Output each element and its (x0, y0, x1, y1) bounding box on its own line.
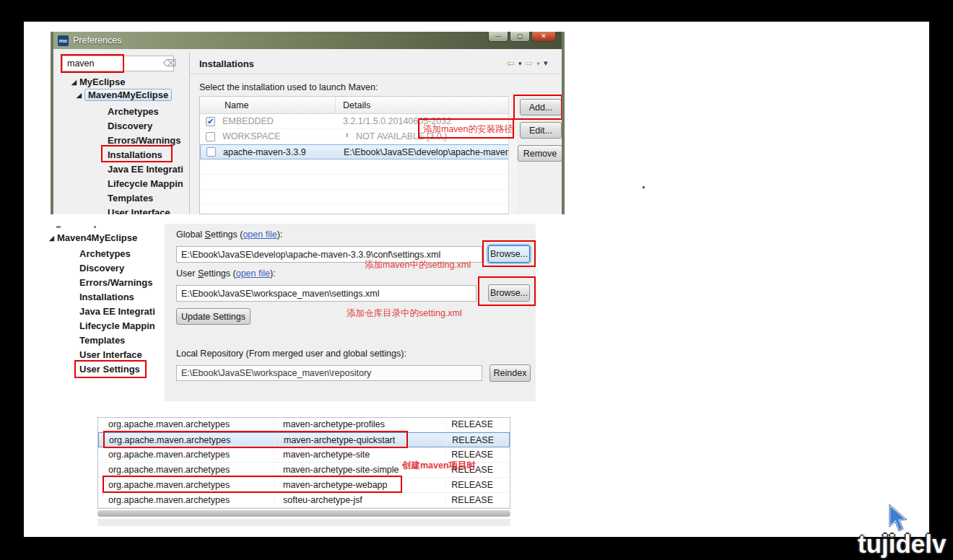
tree-node-installations[interactable]: Installations (79, 292, 134, 302)
watermark: tujidelv (858, 530, 947, 559)
update-settings-button[interactable]: Update Settings (176, 308, 251, 325)
annotation-user-settings: 添加仓库目录中的setting.xml (347, 307, 462, 320)
expander-icon[interactable]: ◢ (77, 92, 82, 99)
tree-node-discovery[interactable]: Discovery (108, 121, 152, 131)
annotation-box-installations (101, 145, 173, 162)
tree-node-errors-warnings[interactable]: Errors/Warnings (79, 277, 152, 288)
mouse-cursor-icon (887, 504, 908, 534)
table-header[interactable]: Name Details (200, 97, 516, 114)
annotation-box-global-browse (482, 240, 536, 267)
tree-node-maven4myeclipse[interactable]: ◢Maven4MyEclipse (49, 232, 137, 243)
column-details[interactable]: Details (336, 97, 516, 113)
window-title: Preferences (73, 35, 121, 45)
installations-table: Name Details ✔EMBEDDED 3.2.1/1.5.0.20140… (199, 96, 517, 214)
checkbox-unchecked[interactable] (206, 132, 215, 141)
tree-node-errors-warnings[interactable]: Errors/Warnings (108, 135, 180, 146)
back-arrow-icon[interactable]: ⇦ (507, 58, 515, 69)
table-empty-row (200, 190, 516, 205)
back-dropdown-icon[interactable]: ▾ (518, 60, 522, 67)
tree-node-javaee-integration[interactable]: Java EE Integrati (79, 306, 155, 317)
header-divider (190, 74, 565, 74)
clear-filter-icon[interactable]: ⌫ (163, 58, 176, 69)
tree-node-javaee-integration[interactable]: Java EE Integrati (108, 164, 183, 175)
edit-button[interactable]: Edit... (520, 122, 562, 139)
tree-node-templates[interactable]: Templates (79, 335, 125, 346)
remove-button[interactable]: Remove (518, 145, 562, 162)
minimize-button[interactable]: — (488, 32, 508, 42)
annotation-box-user-browse (478, 276, 536, 306)
annotation-box-user-settings (74, 360, 147, 378)
tree-node-maven4myeclipse[interactable]: ◢Maven4MyEclipse (77, 89, 172, 100)
close-button[interactable]: ✕ (531, 32, 556, 42)
maximize-button[interactable]: ▢ (510, 32, 530, 42)
warning-icon (343, 131, 352, 141)
forward-arrow-icon[interactable]: ⇨ (525, 58, 533, 69)
user-settings-input[interactable]: E:\Ebook\JavaSE\workspace_maven\settings… (176, 285, 476, 302)
local-repository-input: E:\Ebook\JavaSE\workspace_maven\reposito… (176, 365, 482, 381)
title-bar[interactable]: me Preferences — ▢ ✕ (53, 32, 562, 49)
table-empty-row (200, 175, 516, 190)
annotation-install-path: 添加maven的安装路径 (423, 123, 513, 136)
reindex-button[interactable]: Reindex (489, 364, 531, 382)
annotation-box-search (61, 54, 124, 73)
table-empty-row (200, 159, 516, 175)
tree-node-discovery[interactable]: Discovery (79, 263, 124, 274)
tree-panel-divider (189, 52, 190, 214)
user-settings-label: User Settings (open file): (176, 268, 276, 279)
tree-node-lifecycle-mapping[interactable]: Lifecycle Mappin (108, 178, 183, 189)
annotation-global-settings: 添加maven中的setting.xml (365, 259, 471, 271)
table-row-selected[interactable]: apache-maven-3.3.9 E:\Ebook\JavaSE\devel… (200, 144, 516, 159)
tree-node-templates[interactable]: Templates (108, 193, 153, 204)
cropped-fragment-mark (56, 226, 61, 228)
annotation-box-webapp (103, 476, 402, 493)
column-name[interactable]: Name (200, 97, 336, 113)
annotation-box-add (513, 95, 562, 120)
open-file-link[interactable]: open file (243, 229, 277, 240)
tree-node-archetypes[interactable]: Archetypes (108, 106, 159, 117)
checkbox-checked[interactable]: ✔ (206, 117, 215, 126)
archetype-row[interactable]: org.apache.maven.archetypesmaven-archety… (98, 417, 510, 432)
panel-heading: Installations (199, 58, 254, 69)
archetype-row[interactable]: org.apache.maven.archetypessofteu-archet… (98, 493, 510, 508)
view-menu-icon[interactable]: ▾ (544, 58, 548, 68)
stray-dot (643, 186, 645, 188)
tree-node-user-interface[interactable]: User Interface (79, 349, 142, 360)
global-settings-label: Global Settings (open file): (176, 229, 282, 240)
cropped-fragment-mark (94, 226, 96, 228)
scrollbar-track (97, 519, 510, 526)
preferences-window: me Preferences — ▢ ✕ ⌫ ◢MyEclipse ◢Maven… (51, 32, 565, 214)
horizontal-scrollbar[interactable] (97, 510, 510, 517)
annotation-create-project: 创建maven项目时 (402, 460, 476, 472)
tree-node-lifecycle-mapping[interactable]: Lifecycle Mappin (79, 320, 155, 331)
tree-node-user-interface[interactable]: User Interface (108, 207, 170, 214)
expander-icon[interactable]: ◢ (49, 235, 54, 242)
open-file-link[interactable]: open file (236, 268, 270, 279)
panel-instruction: Select the installation used to launch M… (199, 82, 378, 92)
myeclipse-app-icon: me (58, 35, 69, 46)
local-repository-label: Local Repository (From merged user and g… (176, 349, 406, 359)
forward-dropdown-icon[interactable]: ▾ (536, 60, 540, 67)
checkbox-unchecked[interactable] (206, 147, 216, 157)
tree-node-archetypes[interactable]: Archetypes (79, 248, 131, 259)
tree-node-myeclipse[interactable]: ◢MyEclipse (71, 76, 126, 87)
annotation-box-quickstart (103, 431, 408, 448)
expander-icon[interactable]: ◢ (71, 79, 77, 86)
